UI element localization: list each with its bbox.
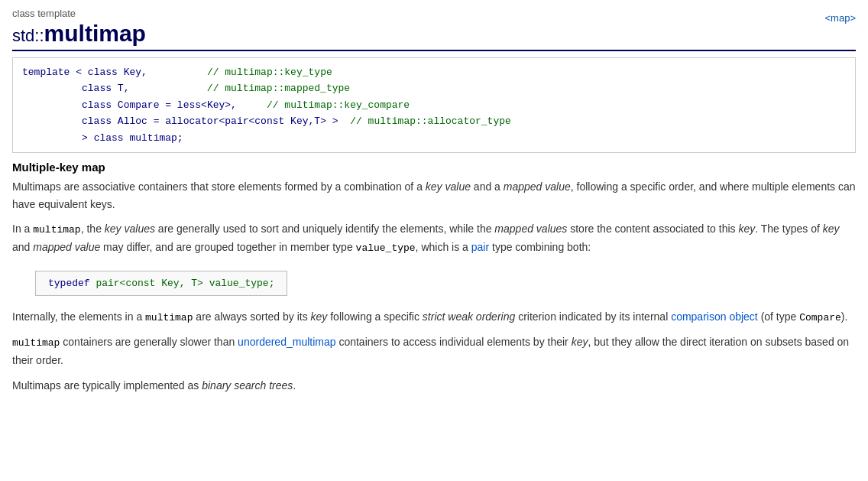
inline-code-compare: Compare (799, 312, 841, 323)
pair-link[interactable]: pair (471, 241, 489, 253)
typedef-box: typedef pair<const Key, T> value_type; (35, 271, 287, 296)
inline-code-multimap: multimap (33, 224, 80, 236)
paragraph-2: In a multimap, the key values are genera… (12, 220, 856, 257)
paragraph-4: multimap containers are generally slower… (12, 333, 856, 369)
main-title: std::multimap (12, 21, 856, 51)
inline-code-value-type: value_type (356, 242, 416, 254)
paragraph-5: Multimaps are typically implemented as b… (12, 377, 856, 394)
title-prefix: std:: (12, 26, 44, 45)
title-main: multimap (44, 21, 146, 46)
class-label: class template (12, 8, 856, 19)
paragraph-1: Multimaps are associative containers tha… (12, 178, 856, 213)
template-code-block: template < class Key, // multimap::key_t… (12, 57, 856, 153)
inline-code-multimap-2: multimap (145, 312, 193, 323)
section-title: Multiple-key map (12, 161, 856, 174)
comparison-object-link[interactable]: comparison object (671, 310, 758, 323)
unordered-multimap-link[interactable]: unordered_multimap (238, 336, 335, 348)
inline-code-multimap-3: multimap (12, 337, 60, 349)
map-link[interactable]: <map> (825, 12, 856, 24)
section-content: Multiple-key map Multimaps are associati… (12, 161, 856, 394)
typedef-keyword: typedef (48, 278, 90, 289)
paragraph-3: Internally, the elements in a multimap a… (12, 308, 856, 327)
page-container: <map> class template std::multimap templ… (12, 8, 856, 394)
